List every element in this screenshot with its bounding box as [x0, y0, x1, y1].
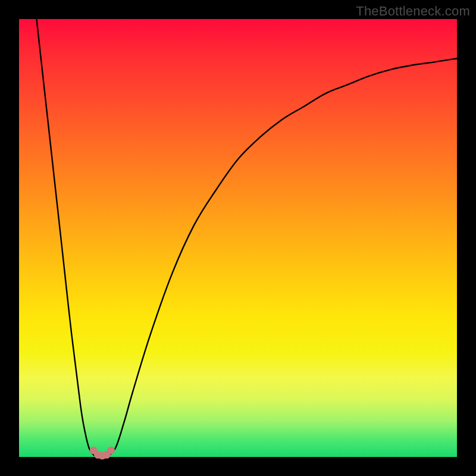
- curve-min-marker: [107, 446, 115, 454]
- plot-area: [19, 19, 457, 457]
- bottleneck-curve: [19, 19, 457, 457]
- curve-right-branch: [107, 58, 457, 457]
- curve-min-markers: [90, 446, 115, 459]
- curve-left-branch: [36, 19, 98, 457]
- chart-frame: TheBottleneck.com: [0, 0, 476, 476]
- watermark-text: TheBottleneck.com: [356, 4, 470, 19]
